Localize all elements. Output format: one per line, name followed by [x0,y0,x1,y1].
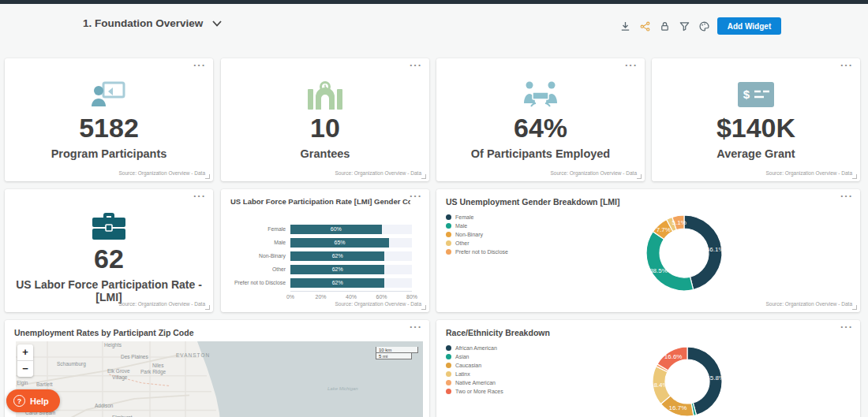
question-icon: ? [13,395,25,407]
resize-handle-icon[interactable] [205,305,210,310]
program-participants-icon [91,79,127,110]
legend-item[interactable]: Latinx [446,371,503,377]
dashboard-title-menu[interactable]: 1. Foundation Overview [83,17,222,29]
map-place-label: Schaumburg [57,361,86,367]
source-label: Source: Organization Overview - Data [119,170,205,176]
bar-category-label: Non-Binary [229,253,290,259]
legend-label: Two or More Races [455,389,503,394]
map-scale: 10 km 5 mi [376,347,418,359]
legend-item[interactable]: Male [446,223,508,229]
widget-menu-icon[interactable]: ··· [410,60,422,71]
legend-dot [446,223,451,229]
resize-handle-icon[interactable] [421,174,426,179]
map-place-label: Village [112,374,127,380]
bar[interactable]: 62% [290,278,384,288]
legend-label: Asian [455,354,470,359]
share-icon[interactable] [638,20,652,33]
bar-track: 60% [290,225,412,234]
legend-item[interactable]: Caucasian [446,363,503,368]
bar[interactable]: 62% [290,251,384,261]
legend-dot [446,354,451,359]
filter-icon[interactable] [678,20,691,33]
donut-value-label: 18.4% [650,382,668,389]
widget-menu-icon[interactable]: ··· [410,322,422,333]
kpi-card-average-grant: ··· $ $140K Average Grant Source: Organi… [652,58,860,181]
donut-slice-male[interactable] [646,232,694,291]
help-button[interactable]: ? Help [6,389,60,412]
bar[interactable]: 65% [290,238,389,248]
map-place-label: Addison [95,403,114,408]
map-place-label: Heights [104,342,122,348]
widget-title: US Labor Force Participation Rate [LMI] … [230,197,410,206]
legend-item[interactable]: Prefer not to Disclose [446,249,508,255]
legend-item[interactable]: Native American [446,380,503,385]
x-axis-tick: 20% [315,294,326,300]
briefcase-icon [92,210,125,241]
bar[interactable]: 62% [290,265,384,274]
legend-label: Female [455,214,473,220]
widget-menu-icon[interactable]: ··· [840,60,853,71]
donut-value-label: 16.7% [669,404,687,411]
widget-menu-icon[interactable]: ··· [840,322,853,333]
widget-menu-icon[interactable]: ··· [840,191,853,202]
chevron-down-icon [212,20,222,27]
legend-item[interactable]: Two or More Races [446,389,503,394]
resize-handle-icon[interactable] [205,174,210,179]
x-axis-tick: 60% [376,294,387,300]
chart-legend: African AmericanAsianCaucasianLatinxNati… [446,345,503,394]
widget-unemployment-gender-donut: ··· US Unemployment Gender Breakdown [LM… [436,189,860,312]
map-place-label: Elk Grove [107,368,130,374]
map-canvas[interactable]: HeightsDes PlainesEVANSTONSchaumburgNile… [16,341,423,417]
resize-handle-icon[interactable] [852,305,857,310]
donut-value-label: 16.6% [664,353,683,360]
legend-item[interactable]: Female [446,214,508,220]
bar-track: 62% [290,278,412,288]
bar[interactable]: 60% [290,225,382,234]
source-label: Source: Organization Overview - Data [119,301,205,307]
top-strip [0,0,868,4]
bar-value-label: 60% [331,226,342,232]
widget-race-ethnicity-donut: ··· Race/Ethnicity Breakdown African Ame… [436,320,860,417]
source-label: Source: Organization Overview - Data [335,301,421,307]
palette-icon[interactable] [698,20,711,33]
legend-dot [446,389,451,394]
bar-chart: Female60%Male65%Non-Binary62%Other62%Pre… [229,222,412,303]
resize-handle-icon[interactable] [637,174,642,179]
widget-menu-icon[interactable]: ··· [193,191,206,202]
x-axis-tick: 80% [406,294,417,300]
legend-item[interactable]: Other [446,240,508,246]
map-place-label: Niles [152,363,163,368]
legend-item[interactable]: Asian [446,354,503,359]
chart-legend: FemaleMaleNon-BinaryOtherPrefer not to D… [446,214,508,255]
zoom-out-button[interactable]: − [17,361,33,377]
widget-menu-icon[interactable]: ··· [410,191,422,202]
resize-handle-icon[interactable] [421,305,426,310]
add-widget-button[interactable]: Add Widget [717,17,781,35]
bar-track: 65% [290,238,412,248]
widget-menu-icon[interactable]: ··· [625,60,638,71]
bar-category-label: Prefer not to Disclose [229,280,290,285]
dashboard-title: 1. Foundation Overview [83,17,203,29]
kpi-label: Average Grant [710,147,801,160]
kpi-value: $140K [716,114,795,142]
bar-row: Non-Binary62% [229,249,412,262]
bar-value-label: 65% [335,240,346,245]
legend-dot [446,232,451,237]
widget-gender-comparison-bar-chart: ··· US Labor Force Participation Rate [L… [221,189,429,312]
resize-handle-icon[interactable] [852,174,857,179]
legend-label: Prefer not to Disclose [455,249,508,255]
map-place-label: Bartlett [36,382,53,387]
zoom-in-button[interactable]: + [17,344,33,360]
widget-menu-icon[interactable]: ··· [193,60,206,71]
legend-item[interactable]: Non-Binary [446,232,508,237]
kpi-card-participants-employed: ··· 64% Of Participants Employed Source:… [436,58,645,181]
download-icon[interactable] [619,20,632,33]
x-axis-tick: 0% [286,294,294,300]
x-axis-tick: 40% [346,294,357,300]
source-label: Source: Organization Overview - Data [766,170,852,176]
legend-dot [446,345,451,351]
lock-icon[interactable] [658,20,672,33]
bar-row: Other62% [229,262,412,276]
legend-item[interactable]: African American [446,345,503,351]
source-label: Source: Organization Overview - Data [335,170,421,176]
